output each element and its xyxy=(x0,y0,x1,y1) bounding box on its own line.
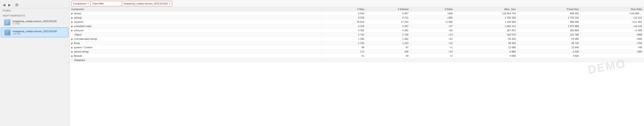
cell-delta: +14 xyxy=(410,33,454,37)
table-row[interactable]: ▶(system)18 81417 254+1 5601 109 560998 … xyxy=(70,20,644,24)
cell-alloc-size: 39 424 xyxy=(454,41,518,45)
snapshot-item-1[interactable]: heapdump_nodejs-cloumn_2021315150 6.4 MB xyxy=(1,18,68,27)
snapshot-item-2[interactable]: heapdump_nodejs-cloumn_2021315160 125 MB xyxy=(1,27,68,37)
heap-snapshots-label: HEAP SNAPSHOTS xyxy=(0,13,69,17)
constructor-name: (compiled code) xyxy=(74,25,92,27)
cell-constructor: ▶(string) xyxy=(70,16,322,20)
snapshot-size-2: 125 MB xyxy=(13,33,57,35)
snapshot-compare-label: heapdump_nodejs-cloumn_2021315150 xyxy=(124,2,168,5)
table-row[interactable]: Object2 7422 728+14153 576152 768+808 xyxy=(70,33,644,37)
cell-freed-size: 3 920 xyxy=(518,54,581,58)
cell-alloc-size: 6 880 xyxy=(454,50,518,54)
cell-size-delta: +840 xyxy=(581,37,644,41)
cell-delta: +2 xyxy=(410,54,454,58)
cell-freed-size: 948 592 xyxy=(518,11,581,16)
svg-rect-8 xyxy=(6,22,8,22)
cell-alloc-size: 1 109 560 xyxy=(454,20,518,24)
expand-arrow-icon[interactable]: ▶ xyxy=(71,25,73,27)
cell-freed-size: 266 864 xyxy=(518,28,581,33)
col-header-new[interactable]: # New xyxy=(322,7,366,11)
table-row[interactable]: ▶(array)6 5635 957+606119 844 744948 592… xyxy=(70,11,644,16)
cell-alloc-size: 153 576 xyxy=(454,33,518,37)
view-mode-label: Comparison xyxy=(73,2,86,5)
col-header-deleted[interactable]: # Deleted xyxy=(366,7,410,11)
snapshot-compare-select[interactable]: heapdump_nodejs-cloumn_2021315150 ▼ xyxy=(122,1,172,6)
cell-freed-size xyxy=(518,58,581,62)
constructor-name: (string) xyxy=(74,16,82,19)
table-row[interactable]: ▶(closure)4 4014 381+20267 872266 864+1 … xyxy=(70,28,644,33)
expand-arrow-icon[interactable]: ▶ xyxy=(71,29,73,32)
cell-freed-size: 54 480 xyxy=(518,37,581,41)
cell-size-delta: +16 144 xyxy=(581,24,644,28)
table-row[interactable]: Retainers xyxy=(70,58,644,62)
cell-new: 172 xyxy=(322,50,366,54)
cell-size-delta: +808 xyxy=(581,33,644,37)
cell-alloc-size: 12 696 xyxy=(454,45,518,50)
table-header-row: Constructor # New # Deleted # Delta Allo… xyxy=(70,7,644,11)
cell-delta: +37 xyxy=(410,24,454,28)
col-header-alloc[interactable]: Alloc. Size xyxy=(454,7,518,11)
col-header-constructor[interactable]: Constructor xyxy=(70,7,322,11)
table-row[interactable]: ▶(string)9 9769 711+2651 765 3281 752 21… xyxy=(70,16,644,20)
cell-new: 1 383 xyxy=(322,37,366,41)
cell-freed-size: 6 320 xyxy=(518,50,581,54)
cell-deleted: 87 xyxy=(366,45,410,50)
cell-constructor: ▶(system) xyxy=(70,20,322,24)
cell-delta xyxy=(410,58,454,62)
expand-arrow-icon[interactable]: ▶ xyxy=(71,46,73,49)
cell-new: 51 xyxy=(322,54,366,58)
table-row[interactable]: ▶Array1 2321 210+2239 42438 720+704 xyxy=(70,41,644,45)
col-header-freed[interactable]: Freed Size xyxy=(518,7,581,11)
expand-arrow-icon[interactable]: ▶ xyxy=(71,21,73,23)
table-row[interactable]: ▶(concatenated string)1 3831 362+2155 32… xyxy=(70,37,644,41)
expand-arrow-icon[interactable]: ▶ xyxy=(71,51,73,53)
snapshot-size-1: 6.4 MB xyxy=(12,23,57,25)
cell-deleted: 5 957 xyxy=(366,11,410,16)
cell-delta: +22 xyxy=(410,41,454,45)
svg-rect-7 xyxy=(6,21,9,21)
cell-new: 9 976 xyxy=(322,16,366,20)
expand-arrow-icon[interactable]: ▶ xyxy=(71,42,73,45)
col-header-delta[interactable]: # Delta xyxy=(410,7,454,11)
cell-new: 1 232 xyxy=(322,41,366,45)
cell-constructor: ▶Array xyxy=(70,41,322,45)
heap-table-container: Constructor # New # Deleted # Delta Allo… xyxy=(70,7,644,126)
cell-size-delta: +704 xyxy=(581,41,644,45)
class-filter-label: Class filter xyxy=(92,2,104,5)
class-filter-input[interactable]: Class filter xyxy=(90,1,122,6)
cell-delta: +1 560 xyxy=(410,20,454,24)
main-toolbar: Comparison ▼ Class filter heapdump_nodej… xyxy=(70,0,644,7)
cell-delta: +1 xyxy=(410,45,454,50)
cell-deleted: 158 xyxy=(366,50,410,54)
table-row[interactable]: ▶Module5149+24 0803 920 xyxy=(70,54,644,58)
constructor-name: system / Context xyxy=(74,46,92,49)
main-content: Comparison ▼ Class filter heapdump_nodej… xyxy=(70,0,644,126)
view-mode-select[interactable]: Comparison ▼ xyxy=(71,1,90,6)
constructor-name: (concatenated string) xyxy=(74,38,97,40)
snapshot-info-1: heapdump_nodejs-cloumn_2021315150 6.4 MB xyxy=(12,20,57,25)
cell-alloc-size: 4 080 xyxy=(454,54,518,58)
table-row[interactable]: ▶(compiled code)4 2244 187+371 092 1121 … xyxy=(70,24,644,28)
expand-arrow-icon[interactable]: ▶ xyxy=(71,16,73,19)
constructor-name: Module xyxy=(74,55,82,57)
cell-constructor: ▶Module xyxy=(70,54,322,58)
col-header-size-delta[interactable]: Size Delta xyxy=(581,7,644,11)
snapshot-name-1: heapdump_nodejs-cloumn_2021315150 xyxy=(12,20,57,23)
cell-size-delta: +56 xyxy=(581,45,644,50)
cell-delta: +14 xyxy=(410,50,454,54)
expand-arrow-icon[interactable]: ▶ xyxy=(71,38,73,40)
cell-alloc-size: 119 844 744 xyxy=(454,11,518,16)
expand-arrow-icon[interactable]: ▶ xyxy=(71,55,73,57)
cell-constructor: ▶(sliced string) xyxy=(70,50,322,54)
constructor-name: (sliced string) xyxy=(74,50,88,53)
expand-arrow-icon[interactable]: ▶ xyxy=(71,12,73,15)
back-icon[interactable]: ◀ xyxy=(2,3,6,7)
forward-icon[interactable]: ▶ xyxy=(7,3,12,7)
cell-alloc-size xyxy=(454,58,518,62)
cell-freed-size: 998 096 xyxy=(518,20,581,24)
trash-icon[interactable] xyxy=(14,3,19,7)
table-row[interactable]: ▶system / Context8887+112 69612 640+56 xyxy=(70,45,644,50)
table-row[interactable]: ▶(sliced string)172158+146 8806 320+560 xyxy=(70,50,644,54)
cell-freed-size: 152 768 xyxy=(518,33,581,37)
sidebar: ◀ ▶ Profiles HEAP SNAPSHOTS xyxy=(0,0,70,126)
